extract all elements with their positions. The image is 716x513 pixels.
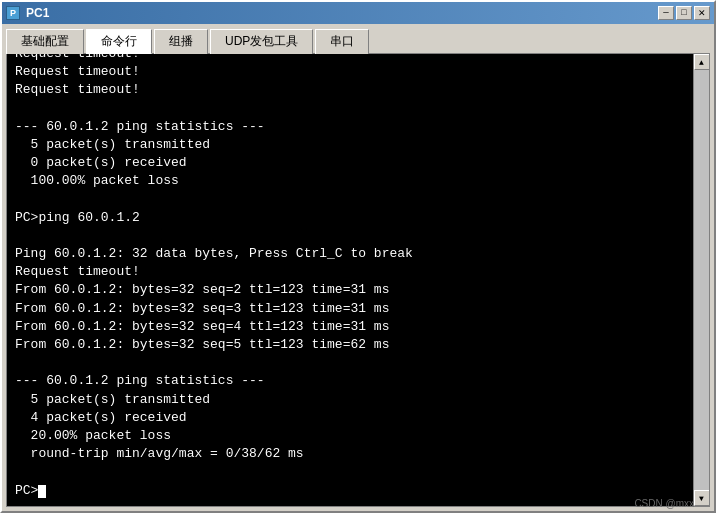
app-icon: P bbox=[6, 6, 20, 20]
tab-basic[interactable]: 基础配置 bbox=[6, 29, 84, 54]
scroll-down-button[interactable]: ▼ bbox=[694, 490, 710, 506]
minimize-button[interactable]: — bbox=[658, 6, 674, 20]
tab-multicast[interactable]: 组播 bbox=[154, 29, 208, 54]
tab-cmd[interactable]: 命令行 bbox=[86, 29, 152, 54]
scrollbar: ▲ ▼ bbox=[693, 54, 709, 506]
title-controls: — □ ✕ bbox=[658, 6, 710, 20]
title-bar: P PC1 — □ ✕ bbox=[2, 2, 714, 24]
terminal[interactable]: Request timeout! Request timeout! Reques… bbox=[7, 54, 693, 506]
terminal-wrapper: Request timeout! Request timeout! Reques… bbox=[7, 54, 709, 506]
window-title: PC1 bbox=[26, 6, 49, 20]
close-button[interactable]: ✕ bbox=[694, 6, 710, 20]
tab-content: Request timeout! Request timeout! Reques… bbox=[6, 53, 710, 507]
tab-udp[interactable]: UDP发包工具 bbox=[210, 29, 313, 54]
tab-bar: 基础配置 命令行 组播 UDP发包工具 串口 bbox=[2, 24, 714, 53]
maximize-button[interactable]: □ bbox=[676, 6, 692, 20]
tab-serial[interactable]: 串口 bbox=[315, 29, 369, 54]
title-bar-text: P PC1 bbox=[6, 6, 49, 20]
scrollbar-track[interactable] bbox=[694, 70, 709, 490]
window: P PC1 — □ ✕ 基础配置 命令行 组播 UDP发包工具 串口 Reque… bbox=[0, 0, 716, 513]
cursor bbox=[38, 485, 46, 498]
scroll-up-button[interactable]: ▲ bbox=[694, 54, 710, 70]
